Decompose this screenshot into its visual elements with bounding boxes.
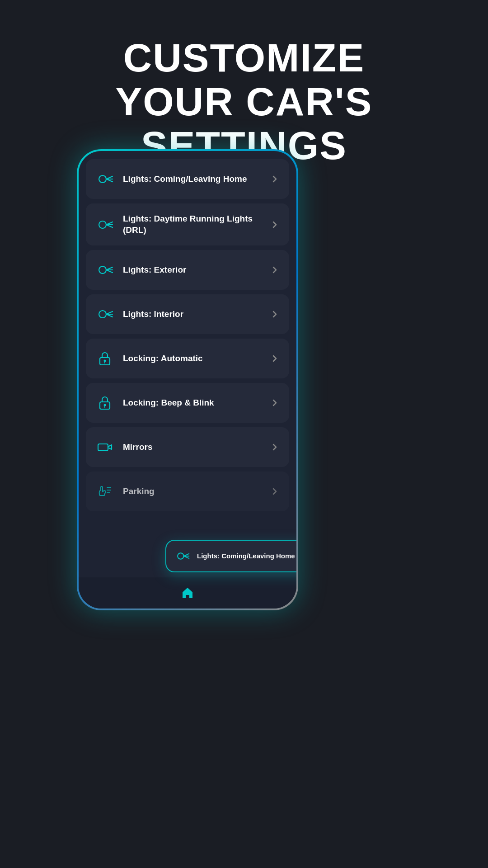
menu-item-label: Parking	[123, 486, 269, 497]
menu-item-lights-interior[interactable]: Lights: Interior	[86, 294, 289, 334]
menu-item-label: Lights: Exterior	[123, 264, 269, 276]
menu-item-lights-exterior[interactable]: Lights: Exterior	[86, 250, 289, 290]
mirror-icon	[95, 437, 115, 457]
headlight-interior-icon	[95, 304, 115, 324]
svg-point-4	[99, 221, 106, 228]
bottom-nav	[79, 577, 296, 609]
lock-icon	[95, 349, 115, 368]
svg-rect-22	[98, 444, 108, 451]
chevron-right-icon	[269, 309, 280, 320]
tooltip-card[interactable]: Lights: Coming/Leaving Home	[165, 540, 296, 572]
page-title: CUSTOMIZE YOUR CAR'S SETTINGS	[0, 36, 488, 167]
chevron-right-icon	[269, 219, 280, 230]
phone-screen: Lights: Coming/Leaving Home Lights: Dayt…	[79, 151, 296, 609]
menu-item-label: Locking: Beep & Blink	[123, 397, 269, 409]
svg-point-0	[99, 175, 106, 183]
headlight-icon	[95, 169, 115, 189]
home-button[interactable]	[178, 583, 197, 603]
headlight-drl-icon	[95, 215, 115, 235]
menu-list: Lights: Coming/Leaving Home Lights: Dayt…	[79, 151, 296, 519]
menu-item-locking-automatic[interactable]: Locking: Automatic	[86, 339, 289, 378]
lock-beep-icon	[95, 393, 115, 413]
chevron-right-icon	[269, 397, 280, 408]
phone-frame: Lights: Coming/Leaving Home Lights: Dayt…	[77, 149, 298, 610]
menu-item-label: Lights: Daytime Running Lights (DRL)	[123, 213, 269, 236]
menu-item-mirrors[interactable]: Mirrors	[86, 427, 289, 467]
tooltip-headlight-icon	[174, 548, 191, 564]
menu-item-label: Lights: Coming/Leaving Home	[123, 174, 269, 185]
menu-item-label: Lights: Interior	[123, 309, 269, 320]
chevron-right-icon	[269, 486, 280, 497]
chevron-right-icon	[269, 174, 280, 184]
svg-point-26	[178, 553, 183, 559]
menu-item-parking[interactable]: Parking	[86, 472, 289, 511]
headlight-exterior-icon	[95, 260, 115, 280]
menu-item-lights-drl[interactable]: Lights: Daytime Running Lights (DRL)	[86, 203, 289, 245]
menu-item-lights-coming-leaving[interactable]: Lights: Coming/Leaving Home	[86, 159, 289, 199]
parking-icon	[95, 481, 115, 501]
menu-item-locking-beep-blink[interactable]: Locking: Beep & Blink	[86, 383, 289, 423]
svg-point-8	[99, 266, 106, 274]
chevron-right-icon	[269, 442, 280, 453]
tooltip-label: Lights: Coming/Leaving Home	[197, 552, 296, 561]
menu-item-label: Mirrors	[123, 442, 269, 453]
chevron-right-icon	[269, 353, 280, 364]
menu-item-label: Locking: Automatic	[123, 353, 269, 364]
chevron-right-icon	[269, 264, 280, 275]
svg-point-12	[99, 311, 106, 318]
